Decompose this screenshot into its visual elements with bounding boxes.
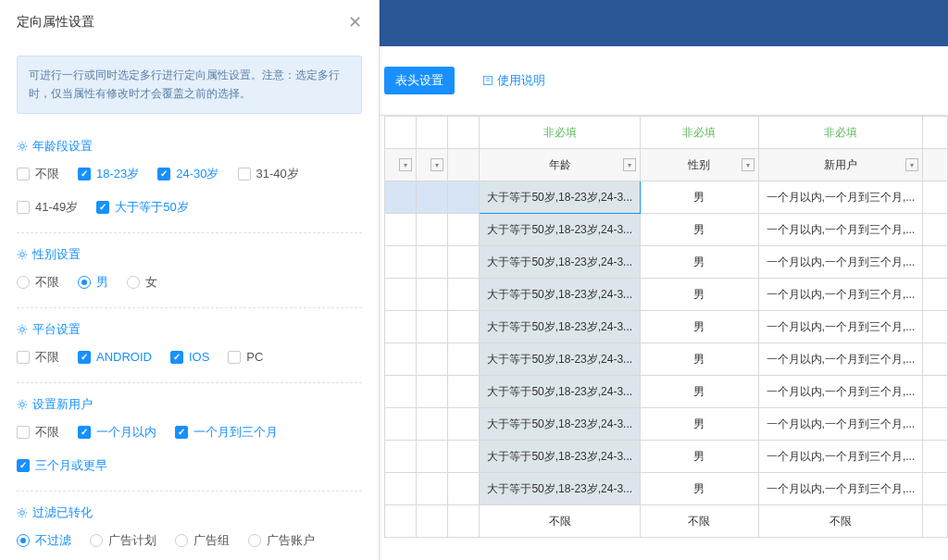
checkbox-option[interactable]: 31-40岁: [238, 166, 299, 182]
radio-icon[interactable]: [90, 534, 103, 547]
cell-age[interactable]: 大于等于50岁,18-23岁,24-3...: [480, 408, 641, 441]
cell-sex[interactable]: 不限: [641, 505, 759, 538]
th-last[interactable]: [923, 149, 948, 181]
radio-icon[interactable]: [17, 276, 30, 289]
checkbox-icon[interactable]: [78, 168, 91, 180]
cell-sex[interactable]: 男: [641, 181, 759, 214]
table-row[interactable]: 大于等于50岁,18-23岁,24-3...男一个月以内,一个月到三个月,...: [385, 408, 948, 441]
cell-age[interactable]: 大于等于50岁,18-23岁,24-3...: [480, 441, 641, 473]
cell-newuser[interactable]: 一个月以内,一个月到三个月,...: [758, 214, 923, 246]
th-narrow[interactable]: [448, 149, 480, 181]
checkbox-option[interactable]: ANDROID: [78, 349, 152, 366]
cell-narrow[interactable]: [417, 279, 448, 311]
radio-icon[interactable]: [175, 534, 188, 547]
checkbox-icon[interactable]: [17, 459, 30, 472]
table-row[interactable]: 大于等于50岁,18-23岁,24-3...男一个月以内,一个月到三个月,...: [385, 279, 948, 311]
cell-narrow[interactable]: [417, 214, 448, 246]
cell-last[interactable]: [923, 376, 948, 408]
cell-narrow[interactable]: [417, 343, 448, 376]
cell-narrow[interactable]: [385, 311, 417, 343]
table-row[interactable]: 大于等于50岁,18-23岁,24-3...男一个月以内,一个月到三个月,...: [385, 376, 948, 408]
cell-narrow[interactable]: [385, 214, 417, 246]
cell-sex[interactable]: 男: [641, 279, 759, 311]
checkbox-option[interactable]: 24-30岁: [157, 166, 218, 182]
radio-icon[interactable]: [78, 276, 91, 289]
cell-age[interactable]: 大于等于50岁,18-23岁,24-3...: [480, 246, 641, 279]
cell-narrow[interactable]: [448, 279, 480, 311]
cell-newuser[interactable]: 一个月以内,一个月到三个月,...: [758, 441, 923, 473]
cell-narrow[interactable]: [448, 441, 480, 473]
checkbox-option[interactable]: 18-23岁: [78, 166, 139, 182]
cell-sex[interactable]: 男: [641, 246, 759, 279]
cell-narrow[interactable]: [448, 214, 480, 246]
cell-narrow[interactable]: [417, 441, 448, 473]
cell-narrow[interactable]: [385, 473, 417, 505]
cell-last[interactable]: [923, 279, 948, 311]
cell-last[interactable]: [923, 505, 948, 538]
cell-newuser[interactable]: 一个月以内,一个月到三个月,...: [758, 376, 923, 408]
checkbox-option[interactable]: 41-49岁: [17, 199, 78, 216]
cell-last[interactable]: [923, 311, 948, 343]
th-narrow[interactable]: ▾: [385, 149, 417, 181]
cell-narrow[interactable]: [385, 505, 417, 538]
radio-option[interactable]: 广告计划: [90, 532, 156, 549]
cell-newuser[interactable]: 不限: [758, 505, 923, 538]
cell-newuser[interactable]: 一个月以内,一个月到三个月,...: [758, 408, 923, 441]
help-button[interactable]: 使用说明: [482, 72, 545, 89]
cell-age[interactable]: 大于等于50岁,18-23岁,24-3...: [480, 376, 641, 408]
checkbox-option[interactable]: IOS: [170, 349, 209, 366]
cell-sex[interactable]: 男: [641, 214, 759, 246]
cell-age[interactable]: 大于等于50岁,18-23岁,24-3...: [480, 181, 641, 214]
cell-narrow[interactable]: [448, 408, 480, 441]
cell-narrow[interactable]: [448, 376, 480, 408]
checkbox-icon[interactable]: [17, 426, 30, 439]
checkbox-option[interactable]: 一个月到三个月: [175, 424, 278, 441]
table-row[interactable]: 大于等于50岁,18-23岁,24-3...男一个月以内,一个月到三个月,...: [385, 343, 948, 376]
checkbox-icon[interactable]: [228, 351, 241, 364]
th-age[interactable]: 年龄▾: [480, 149, 641, 181]
cell-narrow[interactable]: [385, 181, 417, 214]
radio-option[interactable]: 不过滤: [17, 532, 71, 549]
checkbox-icon[interactable]: [17, 351, 30, 364]
th-narrow[interactable]: ▾: [417, 149, 448, 181]
cell-age[interactable]: 大于等于50岁,18-23岁,24-3...: [480, 311, 641, 343]
cell-age[interactable]: 不限: [480, 505, 641, 538]
table-row[interactable]: 大于等于50岁,18-23岁,24-3...男一个月以内,一个月到三个月,...: [385, 441, 948, 473]
cell-narrow[interactable]: [448, 181, 480, 214]
cell-newuser[interactable]: 一个月以内,一个月到三个月,...: [758, 181, 923, 214]
radio-icon[interactable]: [17, 534, 30, 547]
cell-age[interactable]: 大于等于50岁,18-23岁,24-3...: [480, 473, 641, 505]
checkbox-option[interactable]: 不限: [17, 166, 59, 182]
section-title-newuser[interactable]: 设置新用户: [17, 396, 93, 413]
section-title-filter[interactable]: 过滤已转化: [17, 504, 93, 521]
radio-option[interactable]: 广告账户: [248, 532, 315, 549]
checkbox-icon[interactable]: [157, 168, 170, 180]
checkbox-icon[interactable]: [78, 426, 91, 439]
cell-narrow[interactable]: [385, 408, 417, 441]
cell-age[interactable]: 大于等于50岁,18-23岁,24-3...: [480, 214, 641, 246]
cell-newuser[interactable]: 一个月以内,一个月到三个月,...: [758, 343, 923, 376]
table-row[interactable]: 大于等于50岁,18-23岁,24-3...男一个月以内,一个月到三个月,...: [385, 311, 948, 343]
filter-icon[interactable]: ▾: [623, 158, 636, 171]
cell-last[interactable]: [923, 343, 948, 376]
cell-narrow[interactable]: [385, 279, 417, 311]
checkbox-icon[interactable]: [96, 201, 109, 214]
filter-icon[interactable]: ▾: [430, 158, 443, 171]
checkbox-icon[interactable]: [175, 426, 188, 439]
cell-narrow[interactable]: [448, 311, 480, 343]
radio-icon[interactable]: [127, 276, 140, 289]
checkbox-option[interactable]: PC: [228, 349, 263, 366]
cell-sex[interactable]: 男: [641, 376, 759, 408]
cell-sex[interactable]: 男: [641, 473, 759, 505]
cell-last[interactable]: [923, 473, 948, 505]
cell-narrow[interactable]: [448, 343, 480, 376]
cell-sex[interactable]: 男: [641, 311, 759, 343]
cell-narrow[interactable]: [385, 246, 417, 279]
close-icon[interactable]: ✕: [348, 12, 362, 32]
cell-narrow[interactable]: [448, 246, 480, 279]
radio-icon[interactable]: [248, 534, 261, 547]
checkbox-icon[interactable]: [170, 351, 183, 364]
filter-icon[interactable]: ▾: [742, 158, 755, 171]
cell-narrow[interactable]: [417, 181, 448, 214]
cell-narrow[interactable]: [417, 408, 448, 441]
